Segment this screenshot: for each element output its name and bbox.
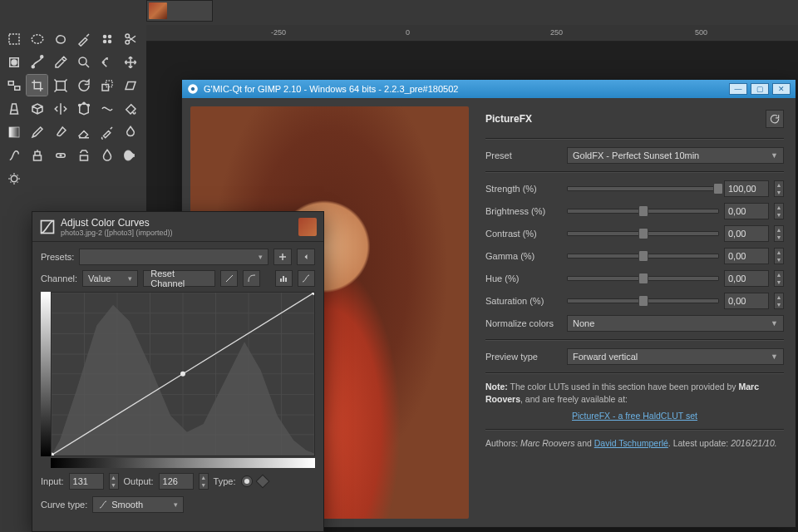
- paths-tool[interactable]: [27, 52, 47, 72]
- curves-plot[interactable]: [41, 292, 315, 456]
- output-spinner[interactable]: ▲▼: [199, 473, 209, 490]
- linear-hist-button[interactable]: [220, 270, 238, 287]
- input-spinner[interactable]: ▲▼: [109, 473, 119, 490]
- channel-combo[interactable]: Value▾: [82, 270, 138, 287]
- bucket-fill-tool[interactable]: [120, 98, 140, 119]
- crop-tool[interactable]: [27, 75, 47, 96]
- ink-tool[interactable]: [120, 121, 140, 142]
- slider-5[interactable]: [567, 298, 719, 303]
- slider-0[interactable]: [567, 186, 719, 191]
- perspective-tool[interactable]: [3, 98, 24, 119]
- scale-tool[interactable]: [96, 75, 117, 96]
- svg-rect-14: [14, 86, 19, 90]
- slider-3[interactable]: [567, 254, 719, 259]
- mypaint-brush-tool[interactable]: [3, 145, 24, 165]
- airbrush-tool[interactable]: [96, 121, 117, 142]
- slider-value-1[interactable]: 0,00: [724, 203, 769, 219]
- slider-spinner-5[interactable]: ▲▼: [774, 293, 784, 309]
- gradient-tool[interactable]: [3, 121, 24, 142]
- maximize-button[interactable]: ▢: [751, 83, 769, 95]
- slider-handle[interactable]: [638, 273, 648, 284]
- flip-tool[interactable]: [50, 98, 71, 119]
- dodge-tool[interactable]: [3, 168, 24, 189]
- measure-tool[interactable]: [96, 52, 117, 72]
- paintbrush-tool[interactable]: [50, 121, 71, 142]
- warp-tool[interactable]: [96, 98, 117, 119]
- refresh-button[interactable]: [766, 110, 784, 128]
- slider-label: Brightness (%): [485, 206, 562, 216]
- slider-value-0[interactable]: 100,00: [724, 180, 769, 197]
- blur-tool[interactable]: [96, 145, 117, 165]
- close-button[interactable]: ✕: [772, 83, 791, 95]
- color-picker-tool[interactable]: [50, 52, 71, 72]
- point-type-corner-radio[interactable]: [255, 475, 269, 489]
- slider-spinner-1[interactable]: ▲▼: [774, 203, 784, 219]
- slider-4[interactable]: [567, 276, 719, 281]
- curves-title-text: Adjust Color Curves: [61, 217, 173, 229]
- point-type-smooth-radio[interactable]: [241, 475, 253, 487]
- 3d-transform-tool[interactable]: [27, 98, 47, 119]
- smudge-tool[interactable]: [120, 145, 140, 165]
- perspective-clone-tool[interactable]: [73, 145, 94, 165]
- slider-handle[interactable]: [638, 205, 648, 217]
- slider-1[interactable]: [567, 209, 719, 214]
- slider-handle[interactable]: [638, 250, 648, 262]
- preset-menu-button[interactable]: [297, 249, 315, 265]
- slider-spinner-0[interactable]: ▲▼: [774, 180, 784, 197]
- image-tab-strip: [146, 0, 213, 25]
- slider-value-2[interactable]: 0,00: [724, 225, 769, 242]
- by-color-select-tool[interactable]: [96, 28, 117, 49]
- haldclut-link[interactable]: PictureFX - a free HaldCLUT set: [572, 411, 697, 421]
- presets-combo[interactable]: ▾: [79, 249, 268, 265]
- image-tab[interactable]: [146, 0, 213, 22]
- normalize-select[interactable]: None▼: [567, 315, 784, 332]
- preset-select[interactable]: GoldFX - Perfect Sunset 10min▼: [567, 147, 784, 164]
- svg-point-51: [312, 293, 314, 295]
- fuzzy-select-tool[interactable]: [73, 28, 94, 49]
- log-hist-button[interactable]: [243, 270, 260, 287]
- histogram-view-button[interactable]: [275, 270, 293, 287]
- heal-tool[interactable]: [50, 145, 71, 165]
- curves-titlebar[interactable]: Adjust Color Curves photo3.jpg-2 ([photo…: [32, 212, 323, 242]
- slider-label: Saturation (%): [485, 296, 562, 306]
- zoom-tool[interactable]: [73, 52, 94, 72]
- scissors-select-tool[interactable]: [120, 28, 140, 49]
- slider-handle[interactable]: [638, 228, 648, 239]
- clone-tool[interactable]: [27, 145, 47, 165]
- svg-point-2: [102, 34, 106, 38]
- slider-value-5[interactable]: 0,00: [724, 293, 769, 309]
- slider-spinner-4[interactable]: ▲▼: [774, 270, 784, 287]
- reset-channel-button[interactable]: Reset Channel: [143, 270, 215, 287]
- slider-handle[interactable]: [638, 295, 648, 307]
- gmic-titlebar[interactable]: G'MIC-Qt for GIMP 2.10 - Windows 64 bits…: [182, 80, 796, 98]
- presets-label: Presets:: [41, 252, 74, 262]
- cage-tool[interactable]: [73, 98, 94, 119]
- slider-spinner-2[interactable]: ▲▼: [774, 225, 784, 242]
- add-preset-button[interactable]: [273, 249, 292, 265]
- slider-2[interactable]: [567, 231, 719, 236]
- rect-select-tool[interactable]: [3, 28, 24, 49]
- input-value[interactable]: 131: [69, 473, 104, 490]
- foreground-select-tool[interactable]: [3, 52, 24, 72]
- slider-value-3[interactable]: 0,00: [724, 248, 769, 264]
- slider-spinner-3[interactable]: ▲▼: [774, 248, 784, 264]
- curve-mini-icon: [301, 273, 311, 283]
- preview-type-select[interactable]: Forward vertical▼: [567, 348, 784, 365]
- align-tool[interactable]: [3, 75, 24, 96]
- curve-view-button[interactable]: [298, 270, 315, 287]
- svg-point-1: [32, 34, 43, 43]
- move-tool[interactable]: [120, 52, 140, 72]
- unified-transform-tool[interactable]: [50, 75, 71, 96]
- slider-handle[interactable]: [713, 183, 723, 195]
- eraser-tool[interactable]: [73, 121, 94, 142]
- pencil-tool[interactable]: [27, 121, 47, 142]
- ellipse-select-tool[interactable]: [27, 28, 47, 49]
- curve-type-combo[interactable]: Smooth ▾: [92, 496, 184, 513]
- output-value[interactable]: 126: [159, 473, 194, 490]
- slider-value-4[interactable]: 0,00: [724, 270, 769, 287]
- shear-tool[interactable]: [120, 75, 140, 96]
- rotate-tool[interactable]: [73, 75, 94, 96]
- free-select-tool[interactable]: [50, 28, 71, 49]
- author-link[interactable]: David Tschumperlé: [594, 438, 668, 448]
- minimize-button[interactable]: —: [729, 83, 747, 95]
